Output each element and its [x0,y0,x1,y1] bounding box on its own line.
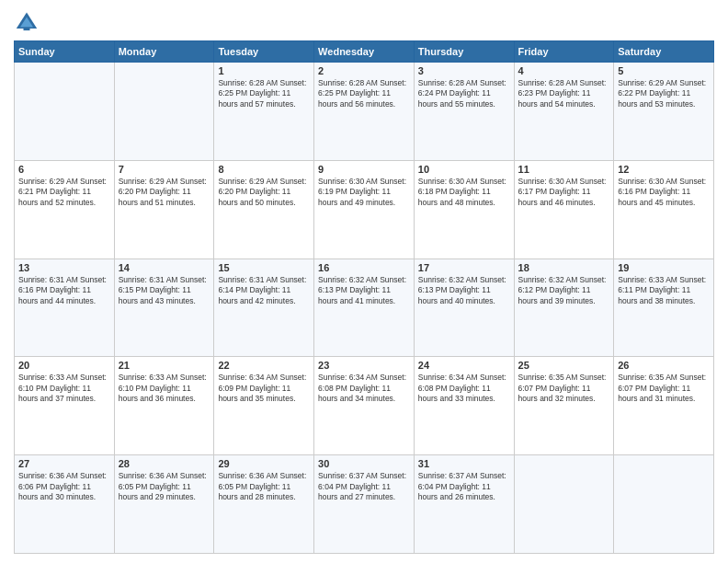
day-number: 3 [418,65,510,76]
calendar-day-cell [15,63,115,161]
calendar-day-header: Friday [514,41,614,63]
day-info: Sunrise: 6:28 AM Sunset: 6:25 PM Dayligh… [218,78,310,109]
calendar-header-row: SundayMondayTuesdayWednesdayThursdayFrid… [15,41,714,63]
day-info: Sunrise: 6:31 AM Sunset: 6:14 PM Dayligh… [218,275,310,306]
day-number: 12 [618,164,710,175]
calendar-day-cell: 2Sunrise: 6:28 AM Sunset: 6:25 PM Daylig… [314,63,415,161]
calendar-day-cell: 1Sunrise: 6:28 AM Sunset: 6:25 PM Daylig… [214,63,314,161]
calendar-day-cell: 12Sunrise: 6:30 AM Sunset: 6:16 PM Dayli… [614,160,714,259]
day-info: Sunrise: 6:32 AM Sunset: 6:12 PM Dayligh… [518,275,610,306]
calendar-day-cell: 25Sunrise: 6:35 AM Sunset: 6:07 PM Dayli… [514,357,614,455]
calendar-day-cell: 3Sunrise: 6:28 AM Sunset: 6:24 PM Daylig… [414,63,514,161]
day-info: Sunrise: 6:30 AM Sunset: 6:18 PM Dayligh… [418,177,510,208]
calendar-day-cell: 28Sunrise: 6:36 AM Sunset: 6:05 PM Dayli… [114,455,214,554]
calendar-week-row: 20Sunrise: 6:33 AM Sunset: 6:10 PM Dayli… [15,357,714,455]
calendar-day-header: Tuesday [214,41,314,63]
day-number: 19 [618,262,710,273]
calendar-day-cell: 18Sunrise: 6:32 AM Sunset: 6:12 PM Dayli… [514,259,614,357]
day-info: Sunrise: 6:32 AM Sunset: 6:13 PM Dayligh… [318,275,410,306]
day-info: Sunrise: 6:31 AM Sunset: 6:16 PM Dayligh… [18,275,110,306]
day-number: 5 [618,65,710,76]
day-info: Sunrise: 6:32 AM Sunset: 6:13 PM Dayligh… [418,275,510,306]
calendar-week-row: 13Sunrise: 6:31 AM Sunset: 6:16 PM Dayli… [15,259,714,357]
day-info: Sunrise: 6:34 AM Sunset: 6:09 PM Dayligh… [218,373,310,404]
day-number: 18 [518,262,610,273]
day-info: Sunrise: 6:36 AM Sunset: 6:06 PM Dayligh… [18,471,110,502]
day-info: Sunrise: 6:33 AM Sunset: 6:10 PM Dayligh… [119,373,210,404]
day-info: Sunrise: 6:28 AM Sunset: 6:23 PM Dayligh… [518,78,610,109]
svg-rect-2 [24,28,30,30]
day-info: Sunrise: 6:29 AM Sunset: 6:20 PM Dayligh… [119,177,210,208]
calendar-week-row: 6Sunrise: 6:29 AM Sunset: 6:21 PM Daylig… [15,160,714,259]
calendar-day-header: Wednesday [314,41,415,63]
day-number: 15 [218,262,310,273]
header [14,9,714,35]
day-number: 1 [218,65,310,76]
day-number: 28 [119,458,210,469]
day-info: Sunrise: 6:33 AM Sunset: 6:10 PM Dayligh… [18,373,110,404]
day-info: Sunrise: 6:34 AM Sunset: 6:08 PM Dayligh… [418,373,510,404]
calendar-day-cell: 5Sunrise: 6:29 AM Sunset: 6:22 PM Daylig… [614,63,714,161]
logo [14,9,43,35]
logo-icon [14,9,40,35]
day-number: 16 [318,262,410,273]
day-number: 22 [218,360,310,371]
calendar-day-cell: 8Sunrise: 6:29 AM Sunset: 6:20 PM Daylig… [214,160,314,259]
calendar-day-cell: 17Sunrise: 6:32 AM Sunset: 6:13 PM Dayli… [414,259,514,357]
calendar-week-row: 1Sunrise: 6:28 AM Sunset: 6:25 PM Daylig… [15,63,714,161]
day-info: Sunrise: 6:28 AM Sunset: 6:24 PM Dayligh… [418,78,510,109]
day-number: 29 [218,458,310,469]
day-info: Sunrise: 6:34 AM Sunset: 6:08 PM Dayligh… [318,373,410,404]
day-number: 27 [18,458,110,469]
calendar-day-cell: 19Sunrise: 6:33 AM Sunset: 6:11 PM Dayli… [614,259,714,357]
calendar-day-cell [114,63,214,161]
calendar-week-row: 27Sunrise: 6:36 AM Sunset: 6:06 PM Dayli… [15,455,714,554]
day-info: Sunrise: 6:29 AM Sunset: 6:21 PM Dayligh… [18,177,110,208]
calendar-day-header: Monday [114,41,214,63]
day-info: Sunrise: 6:35 AM Sunset: 6:07 PM Dayligh… [518,373,610,404]
page: SundayMondayTuesdayWednesdayThursdayFrid… [0,0,728,563]
calendar-day-cell: 20Sunrise: 6:33 AM Sunset: 6:10 PM Dayli… [15,357,115,455]
calendar-table: SundayMondayTuesdayWednesdayThursdayFrid… [14,40,714,554]
day-info: Sunrise: 6:30 AM Sunset: 6:19 PM Dayligh… [318,177,410,208]
day-number: 4 [518,65,610,76]
day-info: Sunrise: 6:35 AM Sunset: 6:07 PM Dayligh… [618,373,710,404]
calendar-day-cell: 21Sunrise: 6:33 AM Sunset: 6:10 PM Dayli… [114,357,214,455]
calendar-day-cell: 7Sunrise: 6:29 AM Sunset: 6:20 PM Daylig… [114,160,214,259]
calendar-day-cell: 16Sunrise: 6:32 AM Sunset: 6:13 PM Dayli… [314,259,415,357]
calendar-day-cell: 31Sunrise: 6:37 AM Sunset: 6:04 PM Dayli… [414,455,514,554]
day-number: 2 [318,65,410,76]
calendar-day-cell: 29Sunrise: 6:36 AM Sunset: 6:05 PM Dayli… [214,455,314,554]
day-number: 11 [518,164,610,175]
calendar-day-cell: 15Sunrise: 6:31 AM Sunset: 6:14 PM Dayli… [214,259,314,357]
calendar-day-cell: 11Sunrise: 6:30 AM Sunset: 6:17 PM Dayli… [514,160,614,259]
calendar-day-cell: 24Sunrise: 6:34 AM Sunset: 6:08 PM Dayli… [414,357,514,455]
calendar-day-cell: 4Sunrise: 6:28 AM Sunset: 6:23 PM Daylig… [514,63,614,161]
calendar-day-cell: 6Sunrise: 6:29 AM Sunset: 6:21 PM Daylig… [15,160,115,259]
calendar-day-cell: 27Sunrise: 6:36 AM Sunset: 6:06 PM Dayli… [15,455,115,554]
calendar-day-header: Sunday [15,41,115,63]
day-number: 30 [318,458,410,469]
day-info: Sunrise: 6:31 AM Sunset: 6:15 PM Dayligh… [119,275,210,306]
calendar-day-header: Saturday [614,41,714,63]
calendar-day-cell: 14Sunrise: 6:31 AM Sunset: 6:15 PM Dayli… [114,259,214,357]
calendar-day-cell: 26Sunrise: 6:35 AM Sunset: 6:07 PM Dayli… [614,357,714,455]
day-number: 14 [119,262,210,273]
day-number: 21 [119,360,210,371]
calendar-day-cell: 30Sunrise: 6:37 AM Sunset: 6:04 PM Dayli… [314,455,415,554]
day-number: 23 [318,360,410,371]
day-info: Sunrise: 6:29 AM Sunset: 6:22 PM Dayligh… [618,78,710,109]
day-number: 10 [418,164,510,175]
day-number: 8 [218,164,310,175]
day-number: 9 [318,164,410,175]
calendar-day-cell: 13Sunrise: 6:31 AM Sunset: 6:16 PM Dayli… [15,259,115,357]
day-info: Sunrise: 6:30 AM Sunset: 6:16 PM Dayligh… [618,177,710,208]
day-info: Sunrise: 6:29 AM Sunset: 6:20 PM Dayligh… [218,177,310,208]
day-number: 17 [418,262,510,273]
day-info: Sunrise: 6:37 AM Sunset: 6:04 PM Dayligh… [418,471,510,502]
calendar-day-header: Thursday [414,41,514,63]
calendar-day-cell: 10Sunrise: 6:30 AM Sunset: 6:18 PM Dayli… [414,160,514,259]
day-number: 13 [18,262,110,273]
day-number: 7 [119,164,210,175]
day-number: 6 [18,164,110,175]
